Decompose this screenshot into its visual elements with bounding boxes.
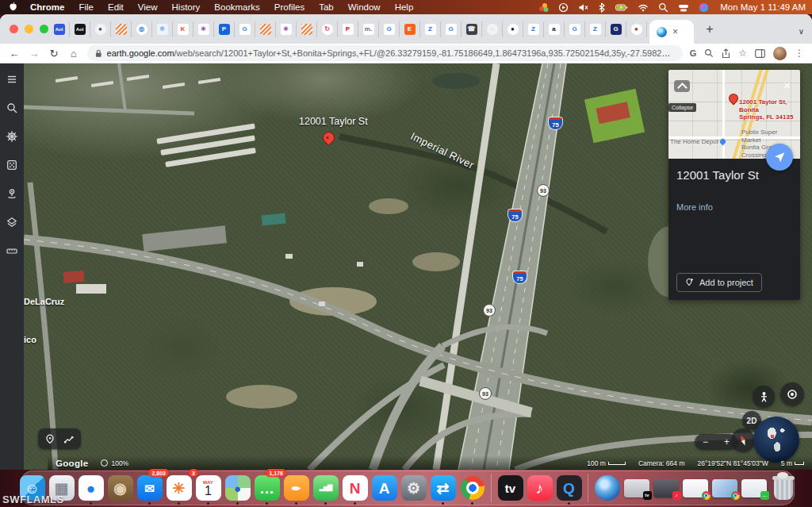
dock-minimized-window-chrome-1[interactable]	[681, 471, 709, 505]
menu-chrome[interactable]: Chrome	[23, 2, 71, 12]
home-button[interactable]: ⌂	[67, 48, 80, 59]
pinned-tab[interactable]: ↻	[317, 21, 338, 37]
pinned-tab[interactable]: Z	[585, 21, 606, 37]
dock-quicktime[interactable]: Q	[555, 471, 583, 505]
reload-button[interactable]: ↻	[48, 48, 60, 59]
safari-icon[interactable]: ●	[79, 475, 104, 501]
voyager-icon[interactable]	[4, 129, 20, 144]
dock-pages[interactable]: ✒	[282, 471, 310, 505]
new-tab-button[interactable]: +	[700, 20, 719, 39]
chrome-icon[interactable]	[460, 475, 485, 501]
pinned-tab[interactable]: ✳	[193, 21, 214, 37]
dock-teamviewer[interactable]: ⇄	[429, 471, 457, 505]
music-icon[interactable]: ♪	[527, 475, 553, 501]
dock-minimized-window-messages[interactable]: …	[740, 471, 768, 505]
pinned-tab[interactable]: E	[400, 21, 420, 37]
pinned-tab[interactable]: Aol	[49, 21, 70, 37]
dock-minimized-window-tv[interactable]: tv	[622, 471, 650, 505]
pinned-tab[interactable]: G	[235, 21, 255, 37]
spotlight-icon[interactable]	[658, 2, 668, 13]
pinned-tab[interactable]: a	[544, 21, 565, 37]
contacts-icon[interactable]: ◉	[108, 475, 133, 501]
dock-photos[interactable]: ✳3	[165, 471, 193, 505]
dock-minimized-globe[interactable]	[593, 471, 621, 505]
dock-app-store[interactable]: A	[370, 471, 398, 505]
bookmark-star-icon[interactable]: ☆	[738, 48, 747, 58]
dock-system-settings[interactable]: ⚙	[400, 471, 427, 505]
trash-icon[interactable]	[774, 478, 793, 500]
minimize-window-button[interactable]	[25, 25, 33, 33]
search-extension-icon[interactable]	[704, 48, 714, 58]
share-icon[interactable]	[722, 48, 730, 59]
close-card-button[interactable]: ✕	[779, 79, 795, 92]
more-info-link[interactable]: More info	[676, 202, 792, 212]
pinned-tab[interactable]: ●	[626, 21, 647, 37]
feeling-lucky-dice-icon[interactable]	[4, 157, 20, 173]
teamviewer-icon[interactable]: ⇄	[431, 475, 456, 501]
siri-icon[interactable]	[699, 2, 709, 13]
messages-icon[interactable]: …	[255, 475, 280, 501]
add-to-project-button[interactable]: Add to project	[676, 273, 762, 292]
minimized-window-tv-icon[interactable]: tv	[624, 479, 649, 497]
dock-trash[interactable]	[769, 471, 797, 505]
google-logo[interactable]: Google	[56, 459, 88, 468]
side-panel-icon[interactable]	[755, 49, 765, 58]
browser-menu-icon[interactable]: ⋮	[795, 48, 804, 58]
imagery-zoom[interactable]: 100%	[101, 459, 128, 467]
pinned-tab[interactable]: G	[379, 21, 400, 37]
dock-apple-tv[interactable]: tv	[496, 471, 524, 505]
pin-tool-icon[interactable]	[45, 434, 55, 444]
display-icon[interactable]	[678, 2, 689, 13]
search-icon[interactable]	[4, 100, 20, 116]
zoom-in-button[interactable]: +	[724, 436, 730, 447]
pinned-tab[interactable]: G	[441, 21, 462, 37]
record-icon[interactable]	[558, 2, 569, 13]
minimized-window-messages-icon[interactable]: …	[741, 479, 767, 497]
pinned-tab[interactable]: m.	[358, 21, 379, 37]
dock-messages[interactable]: …1,176	[253, 471, 281, 505]
pinned-tab[interactable]: ✳	[276, 21, 297, 37]
pinned-tab[interactable]: G	[565, 21, 585, 37]
measure-icon[interactable]	[4, 243, 20, 259]
extras-icon[interactable]	[538, 2, 549, 13]
pinned-tab[interactable]: ☎	[462, 21, 482, 37]
maps-icon[interactable]: ●	[225, 475, 251, 501]
numbers-icon[interactable]: ▂▅▇	[313, 475, 339, 501]
dock-news[interactable]: N	[341, 471, 369, 505]
layers-icon[interactable]	[4, 214, 20, 230]
menu-profiles[interactable]: Profiles	[267, 2, 312, 12]
menu-tab[interactable]: Tab	[312, 2, 341, 12]
menu-edit[interactable]: Edit	[101, 2, 131, 12]
tab-close-icon[interactable]: ×	[672, 27, 678, 36]
app-store-icon[interactable]: A	[372, 475, 397, 501]
pinned-tab[interactable]: Z	[523, 21, 544, 37]
my-location-button[interactable]	[780, 382, 804, 406]
projects-icon[interactable]	[4, 186, 20, 202]
menu-bookmarks[interactable]: Bookmarks	[207, 2, 267, 12]
menubar-clock[interactable]: Mon May 1 11:49 AM	[720, 2, 806, 12]
dock-minimized-window-chrome-2[interactable]	[710, 471, 738, 505]
pinned-tab[interactable]: K	[173, 21, 193, 37]
system-settings-icon[interactable]: ⚙	[401, 475, 427, 501]
pegman-button[interactable]	[753, 386, 775, 408]
photos-icon[interactable]: ✳	[167, 475, 192, 501]
apple-menu-icon[interactable]	[8, 2, 18, 13]
dock-music[interactable]: ♪	[526, 471, 553, 505]
pinned-tab[interactable]: ●	[90, 21, 111, 37]
pinned-tab[interactable]	[255, 21, 276, 37]
dock-calendar[interactable]: MAY1	[194, 471, 222, 505]
pinned-tab[interactable]: ◎	[132, 21, 152, 37]
pinned-tab[interactable]: P	[214, 21, 235, 37]
tab-overflow-chevron-icon[interactable]: ∨	[799, 28, 804, 36]
main-menu-icon[interactable]	[4, 71, 20, 87]
zoom-window-button[interactable]	[40, 25, 48, 33]
minimized-globe-icon[interactable]	[595, 475, 620, 501]
calendar-icon[interactable]: MAY1	[196, 475, 221, 501]
directions-button[interactable]	[766, 144, 793, 171]
bluetooth-icon[interactable]	[598, 2, 606, 13]
back-button[interactable]: ←	[8, 48, 21, 59]
pinned-tab[interactable]: ❄	[152, 21, 173, 37]
zoom-out-button[interactable]: −	[703, 436, 708, 447]
menu-help[interactable]: Help	[388, 2, 421, 12]
collapse-minimap-button[interactable]	[674, 80, 690, 92]
